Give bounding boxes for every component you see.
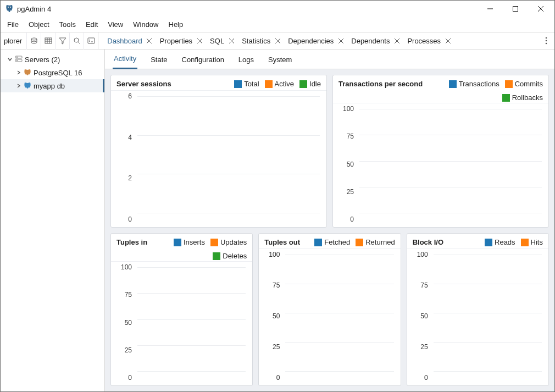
tree-node-label: Servers (2) (25, 56, 60, 64)
close-icon[interactable] (444, 37, 452, 45)
y-tick-label: 100 (417, 251, 428, 258)
menu-tools[interactable]: Tools (55, 19, 80, 30)
subtab-activity[interactable]: Activity (113, 54, 137, 69)
psql-icon[interactable] (84, 32, 98, 49)
chart-plot: 1007550250 (333, 103, 548, 227)
close-icon[interactable] (337, 37, 345, 45)
chart-plot: 1007550250 (259, 249, 400, 385)
menu-view[interactable]: View (103, 19, 127, 30)
chevron-right-icon[interactable] (15, 82, 23, 90)
dashboard-subtabs: Activity State Configuration Logs System (105, 49, 554, 69)
tab-processes[interactable]: Processes (406, 35, 453, 47)
legend-swatch (505, 80, 513, 88)
close-icon[interactable] (146, 37, 153, 45)
legend-label: Returned (365, 238, 395, 246)
tabs-more-icon[interactable] (538, 37, 554, 45)
tab-statistics[interactable]: Statistics (241, 35, 282, 47)
y-tick-label: 50 (420, 312, 428, 320)
legend-item[interactable]: Returned (356, 238, 395, 246)
menu-bar: File Object Tools Edit View Window Help (1, 17, 554, 32)
y-tick-label: 50 (125, 319, 132, 327)
object-explorer[interactable]: Servers (2) PostgreSQL 16 myapp db (1, 49, 105, 391)
chart-title: Server sessions (116, 80, 171, 89)
legend-item[interactable]: Idle (299, 80, 321, 88)
close-icon[interactable] (227, 37, 235, 45)
legend-item[interactable]: Transactions (449, 80, 500, 88)
y-axis: 1007550250 (407, 255, 430, 378)
legend-label: Inserts (184, 238, 205, 246)
legend-swatch (485, 239, 492, 246)
chart-header: Block I/OReadsHits (407, 234, 548, 249)
query-tool-icon[interactable] (26, 32, 41, 49)
menu-object[interactable]: Object (24, 19, 54, 30)
tab-dependencies[interactable]: Dependencies (287, 35, 346, 47)
close-icon[interactable] (393, 37, 401, 45)
chart-legend: TransactionsCommitsRollbacks (427, 80, 543, 102)
tree-node-servers[interactable]: Servers (2) (1, 53, 104, 66)
subtab-state[interactable]: State (149, 56, 168, 69)
window-maximize-button[interactable] (503, 1, 528, 17)
app-icon (5, 4, 14, 13)
server-icon (23, 68, 32, 78)
tab-dashboard[interactable]: Dashboard (106, 35, 154, 47)
menu-window[interactable]: Window (129, 19, 163, 30)
svg-line-13 (78, 42, 80, 44)
dashboard-grid: Server sessionsTotalActiveIdle6420Transa… (105, 69, 554, 391)
y-tick-label: 0 (276, 374, 280, 382)
y-tick-label: 0 (128, 216, 132, 223)
window-title: pgAdmin 4 (17, 5, 51, 13)
legend-label: Reads (495, 238, 515, 246)
chart-header: Server sessionsTotalActiveIdle (111, 75, 326, 91)
legend-item[interactable]: Deletes (213, 252, 247, 260)
legend-swatch (314, 239, 322, 246)
chart-card: Server sessionsTotalActiveIdle6420 (110, 75, 327, 228)
menu-help[interactable]: Help (164, 19, 188, 30)
close-icon[interactable] (196, 37, 203, 45)
menu-file[interactable]: File (3, 19, 23, 30)
window-minimize-button[interactable] (478, 1, 503, 17)
legend-swatch (521, 239, 529, 246)
subtab-configuration[interactable]: Configuration (181, 56, 225, 69)
close-icon[interactable] (274, 37, 281, 45)
window-close-button[interactable] (528, 1, 553, 17)
svg-rect-7 (45, 38, 52, 43)
legend-swatch (449, 80, 457, 88)
title-bar: pgAdmin 4 (1, 1, 554, 17)
chart-legend: TotalActiveIdle (176, 80, 321, 88)
subtab-logs[interactable]: Logs (237, 56, 255, 69)
tab-dependents[interactable]: Dependents (350, 35, 402, 47)
app-body: Servers (2) PostgreSQL 16 myapp db Activ… (1, 49, 554, 391)
chevron-right-icon[interactable] (15, 69, 23, 76)
legend-item[interactable]: Rollbacks (502, 93, 543, 102)
legend-label: Updates (220, 238, 247, 246)
view-data-icon[interactable] (41, 32, 55, 49)
menu-edit[interactable]: Edit (81, 19, 102, 30)
svg-point-30 (546, 40, 547, 42)
legend-label: Hits (531, 238, 543, 246)
y-axis: 6420 (111, 96, 134, 219)
tree-node-postgresql[interactable]: PostgreSQL 16 (1, 66, 104, 79)
tree-node-myappdb[interactable]: myapp db (1, 79, 104, 92)
servers-icon (14, 54, 24, 64)
chevron-down-icon[interactable] (6, 56, 14, 63)
legend-swatch (210, 239, 218, 246)
legend-item[interactable]: Updates (210, 238, 247, 246)
main-tabs: Dashboard Properties SQL Statistics Depe… (98, 32, 554, 49)
legend-item[interactable]: Commits (505, 80, 543, 88)
filter-icon[interactable] (55, 32, 69, 49)
tab-properties[interactable]: Properties (159, 35, 204, 47)
legend-item[interactable]: Reads (485, 238, 515, 246)
y-tick-label: 0 (424, 374, 428, 382)
legend-item[interactable]: Fetched (314, 238, 350, 246)
elephant-icon (23, 81, 32, 91)
y-tick-label: 75 (420, 281, 428, 289)
legend-item[interactable]: Inserts (174, 238, 205, 246)
legend-label: Total (244, 80, 259, 88)
chart-legend: InsertsUpdatesDeletes (152, 238, 247, 260)
subtab-system[interactable]: System (267, 56, 293, 69)
legend-item[interactable]: Hits (521, 238, 543, 246)
legend-item[interactable]: Active (265, 80, 294, 88)
tab-sql[interactable]: SQL (209, 35, 236, 47)
legend-item[interactable]: Total (234, 80, 259, 88)
search-icon[interactable] (69, 32, 84, 49)
